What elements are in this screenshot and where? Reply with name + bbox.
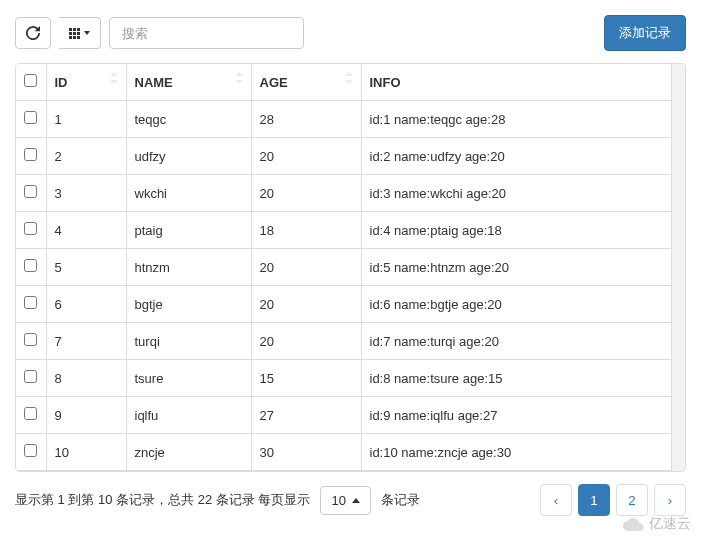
grid-view-button[interactable] <box>59 17 101 49</box>
cell-id: 10 <box>46 434 126 471</box>
cell-name: htnzm <box>126 249 251 286</box>
cell-info: id:8 name:tsure age:15 <box>361 360 685 397</box>
cell-age: 15 <box>251 360 361 397</box>
cell-info: id:7 name:turqi age:20 <box>361 323 685 360</box>
cell-info: id:10 name:zncje age:30 <box>361 434 685 471</box>
cell-name: wkchi <box>126 175 251 212</box>
cell-name: bgtje <box>126 286 251 323</box>
caret-up-icon <box>352 498 360 503</box>
table-footer: 显示第 1 到第 10 条记录，总共 22 条记录 每页显示 10 条记录 ‹ … <box>15 484 686 516</box>
row-select-cell <box>16 397 46 434</box>
cell-name: udfzy <box>126 138 251 175</box>
page-1[interactable]: 1 <box>578 484 610 516</box>
page-size-value: 10 <box>331 493 345 508</box>
row-checkbox[interactable] <box>24 296 37 309</box>
row-select-cell <box>16 323 46 360</box>
row-select-cell <box>16 212 46 249</box>
cell-id: 2 <box>46 138 126 175</box>
summary-text-post: 条记录 <box>381 491 420 509</box>
cell-name: tsure <box>126 360 251 397</box>
row-select-cell <box>16 249 46 286</box>
table-row: 3wkchi20id:3 name:wkchi age:20 <box>16 175 685 212</box>
page-size-select[interactable]: 10 <box>320 486 370 515</box>
row-select-cell <box>16 101 46 138</box>
cell-name: teqgc <box>126 101 251 138</box>
toolbar-left <box>15 17 304 49</box>
cell-info: id:6 name:bgtje age:20 <box>361 286 685 323</box>
table-row: 1teqgc28id:1 name:teqgc age:28 <box>16 101 685 138</box>
add-record-button[interactable]: 添加记录 <box>604 15 686 51</box>
page-next[interactable]: › <box>654 484 686 516</box>
cell-name: turqi <box>126 323 251 360</box>
footer-summary: 显示第 1 到第 10 条记录，总共 22 条记录 每页显示 10 条记录 <box>15 486 420 515</box>
cell-age: 30 <box>251 434 361 471</box>
data-table: ID NAME AGE INFO 1teqgc28id:1 name:teqgc… <box>16 64 685 471</box>
cell-id: 4 <box>46 212 126 249</box>
table-row: 4ptaig18id:4 name:ptaig age:18 <box>16 212 685 249</box>
table-row: 10zncje30id:10 name:zncje age:30 <box>16 434 685 471</box>
search-input[interactable] <box>109 17 304 49</box>
toolbar: 添加记录 <box>15 15 686 51</box>
cell-info: id:1 name:teqgc age:28 <box>361 101 685 138</box>
row-checkbox[interactable] <box>24 444 37 457</box>
row-select-cell <box>16 175 46 212</box>
grid-icon <box>69 28 80 39</box>
row-checkbox[interactable] <box>24 259 37 272</box>
page-2[interactable]: 2 <box>616 484 648 516</box>
cell-id: 5 <box>46 249 126 286</box>
row-checkbox[interactable] <box>24 222 37 235</box>
cell-id: 3 <box>46 175 126 212</box>
table-header-row: ID NAME AGE INFO <box>16 64 685 101</box>
table-row: 7turqi20id:7 name:turqi age:20 <box>16 323 685 360</box>
column-age[interactable]: AGE <box>251 64 361 101</box>
column-name[interactable]: NAME <box>126 64 251 101</box>
cell-age: 20 <box>251 286 361 323</box>
row-checkbox[interactable] <box>24 370 37 383</box>
cell-id: 6 <box>46 286 126 323</box>
watermark-text: 亿速云 <box>649 515 691 531</box>
row-checkbox[interactable] <box>24 148 37 161</box>
cell-age: 27 <box>251 397 361 434</box>
watermark: 亿速云 <box>623 515 691 531</box>
scrollbar[interactable] <box>671 64 685 471</box>
cell-info: id:9 name:iqlfu age:27 <box>361 397 685 434</box>
cell-age: 20 <box>251 138 361 175</box>
cell-info: id:4 name:ptaig age:18 <box>361 212 685 249</box>
cell-info: id:2 name:udfzy age:20 <box>361 138 685 175</box>
table-row: 5htnzm20id:5 name:htnzm age:20 <box>16 249 685 286</box>
row-checkbox[interactable] <box>24 111 37 124</box>
cell-id: 7 <box>46 323 126 360</box>
cell-age: 18 <box>251 212 361 249</box>
cell-age: 20 <box>251 175 361 212</box>
cell-age: 20 <box>251 323 361 360</box>
refresh-button[interactable] <box>15 17 51 49</box>
cell-name: ptaig <box>126 212 251 249</box>
table-row: 6bgtje20id:6 name:bgtje age:20 <box>16 286 685 323</box>
row-select-cell <box>16 434 46 471</box>
page-prev[interactable]: ‹ <box>540 484 572 516</box>
table-row: 9iqlfu27id:9 name:iqlfu age:27 <box>16 397 685 434</box>
select-all-checkbox[interactable] <box>24 74 37 87</box>
cell-info: id:5 name:htnzm age:20 <box>361 249 685 286</box>
row-select-cell <box>16 286 46 323</box>
view-toggle-group <box>59 17 101 49</box>
cloud-icon <box>623 517 645 531</box>
cell-age: 20 <box>251 249 361 286</box>
cell-age: 28 <box>251 101 361 138</box>
row-checkbox[interactable] <box>24 185 37 198</box>
cell-info: id:3 name:wkchi age:20 <box>361 175 685 212</box>
pagination: ‹ 1 2 › <box>540 484 686 516</box>
column-info[interactable]: INFO <box>361 64 685 101</box>
cell-name: zncje <box>126 434 251 471</box>
refresh-icon <box>26 26 40 40</box>
column-id[interactable]: ID <box>46 64 126 101</box>
cell-id: 1 <box>46 101 126 138</box>
select-all-header <box>16 64 46 101</box>
cell-name: iqlfu <box>126 397 251 434</box>
table-row: 2udfzy20id:2 name:udfzy age:20 <box>16 138 685 175</box>
row-select-cell <box>16 360 46 397</box>
cell-id: 8 <box>46 360 126 397</box>
row-checkbox[interactable] <box>24 333 37 346</box>
row-checkbox[interactable] <box>24 407 37 420</box>
table-row: 8tsure15id:8 name:tsure age:15 <box>16 360 685 397</box>
